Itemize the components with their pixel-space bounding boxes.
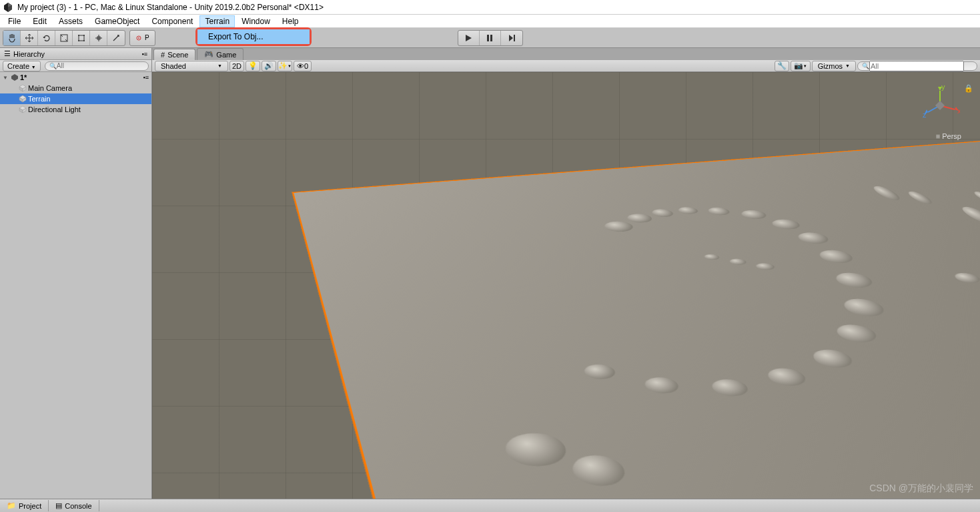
menu-gameobject[interactable]: GameObject (89, 15, 145, 27)
svg-rect-14 (490, 35, 492, 41)
terrain-mesh[interactable] (292, 132, 980, 499)
search-icon: 🔍 (49, 63, 57, 69)
tab-scene-label: Scene (167, 51, 188, 59)
lock-icon[interactable]: 🔒 (964, 84, 973, 93)
play-button[interactable] (458, 31, 480, 45)
transform-tools (3, 30, 125, 46)
unity-scene-icon (11, 73, 19, 81)
tab-project[interactable]: 📁 Project (0, 500, 49, 511)
menu-assets[interactable]: Assets (53, 15, 88, 27)
menu-bar: File Edit Assets GameObject Component Te… (0, 15, 980, 28)
svg-marker-17 (11, 74, 18, 81)
svg-marker-12 (466, 35, 472, 41)
watermark: CSDN @万能的小裴同学 (869, 483, 973, 495)
create-button[interactable]: Create ▼ (3, 61, 41, 71)
svg-text:x: x (957, 107, 960, 115)
svg-rect-33 (935, 101, 945, 110)
hierarchy-item-main-camera[interactable]: Main Camera (0, 83, 151, 93)
scene-row[interactable]: ▼ 1* ▪≡ (0, 72, 151, 83)
svg-point-6 (83, 35, 85, 36)
title-bar: My project (3) - 1 - PC, Mac & Linux Sta… (0, 0, 980, 15)
unity-logo-icon (3, 2, 13, 13)
gizmos-dropdown[interactable]: Gizmos▼ (812, 61, 856, 71)
scale-tool[interactable] (55, 31, 73, 45)
tab-scene[interactable]: # Scene (153, 49, 195, 60)
projection-label[interactable]: ≡ Persp (936, 132, 961, 140)
menu-window[interactable]: Window (236, 15, 276, 27)
menu-edit[interactable]: Edit (27, 15, 52, 27)
pause-button[interactable] (480, 31, 501, 45)
rect-tool[interactable] (73, 31, 90, 45)
playback-controls (458, 30, 523, 46)
console-tab-label: Console (65, 502, 91, 510)
pivot-tools: P (129, 30, 155, 46)
step-button[interactable] (501, 31, 522, 45)
hierarchy-panel: ☰ Hierarchy ▪≡ Create ▼ 🔍 ▼ 1* ▪≡ Main C… (0, 48, 152, 499)
window-title: My project (3) - 1 - PC, Mac & Linux Sta… (17, 3, 324, 12)
hierarchy-item-label: Directional Light (28, 105, 81, 113)
panel-menu-icon[interactable]: ▪≡ (142, 51, 147, 57)
camera-icon: 📷 (794, 61, 803, 70)
custom-tool[interactable] (107, 31, 125, 45)
menu-component[interactable]: Component (146, 15, 198, 27)
pivot-center[interactable]: P (130, 31, 155, 45)
scene-search-input[interactable] (869, 61, 964, 71)
svg-rect-13 (487, 35, 489, 41)
scene-toolbar: Shaded▼ 2D 💡 🔊 ✨▼ 👁0 🔧 📷▼ Gizmos▼ 🔍 (152, 60, 980, 72)
tab-game[interactable]: 🎮 Game (197, 48, 243, 60)
audio-toggle[interactable]: 🔊 (262, 61, 276, 71)
speaker-icon: 🔊 (264, 61, 274, 70)
2d-toggle[interactable]: 2D (229, 61, 244, 71)
hierarchy-item-label: Terrain (28, 95, 51, 103)
expand-arrow-icon[interactable]: ▼ (3, 75, 9, 81)
fx-icon: ✨ (278, 61, 288, 70)
hierarchy-search[interactable]: 🔍 (45, 61, 149, 71)
svg-text:y: y (941, 85, 945, 91)
shading-mode[interactable]: Shaded▼ (155, 61, 228, 71)
hierarchy-tree: ▼ 1* ▪≡ Main Camera Terrain Directional … (0, 72, 151, 499)
menu-export-to-obj[interactable]: Export To Obj... (197, 29, 310, 44)
fx-toggle[interactable]: ✨▼ (278, 61, 292, 71)
orientation-gizmo[interactable]: x y z (920, 85, 960, 125)
camera-toggle[interactable]: 📷▼ (791, 61, 811, 71)
scene-tab-icon: # (161, 51, 165, 59)
svg-marker-15 (509, 35, 513, 41)
svg-rect-4 (79, 35, 84, 41)
bottom-bar: 📁 Project ▤ Console (0, 499, 980, 512)
hierarchy-item-directional-light[interactable]: Directional Light (0, 104, 151, 115)
hierarchy-tab[interactable]: ☰ Hierarchy ▪≡ (0, 48, 151, 60)
menu-help[interactable]: Help (277, 15, 304, 27)
tab-console[interactable]: ▤ Console (49, 500, 99, 511)
menu-file[interactable]: File (3, 15, 26, 27)
search-icon: 🔍 (862, 63, 869, 69)
scene-viewport[interactable]: 🔒 x y z ≡ Persp CSDN @万能的小裴同学 (152, 72, 980, 499)
menu-terrain[interactable]: Terrain (199, 15, 235, 27)
project-tab-label: Project (19, 502, 41, 510)
lighting-toggle[interactable]: 💡 (246, 61, 260, 71)
camera-settings[interactable]: 🔧 (775, 61, 789, 71)
transform-tool[interactable] (90, 31, 107, 45)
hand-tool[interactable] (3, 31, 21, 45)
scene-tabs: # Scene 🎮 Game (152, 48, 980, 60)
main-area: ☰ Hierarchy ▪≡ Create ▼ 🔍 ▼ 1* ▪≡ Main C… (0, 48, 980, 499)
terrain-dropdown: Export To Obj... (195, 27, 312, 46)
bulb-icon: 💡 (248, 61, 258, 70)
hierarchy-item-label: Main Camera (28, 84, 72, 92)
hidden-toggle[interactable]: 👁0 (294, 61, 312, 71)
hierarchy-item-terrain[interactable]: Terrain (0, 93, 151, 104)
eye-icon: 👁 (297, 62, 304, 70)
svg-point-8 (83, 40, 85, 41)
game-tab-icon: 🎮 (204, 50, 213, 59)
scene-menu-icon[interactable]: ▪≡ (143, 74, 149, 81)
rotate-tool[interactable] (38, 31, 55, 45)
gameobject-icon (19, 84, 27, 92)
tab-game-label: Game (216, 51, 236, 59)
scene-search[interactable]: 🔍 (857, 61, 977, 71)
svg-rect-16 (514, 35, 515, 41)
gameobject-icon (19, 95, 27, 103)
hierarchy-tab-label: Hierarchy (13, 50, 45, 58)
hierarchy-icon: ☰ (4, 49, 11, 58)
svg-text:z: z (923, 111, 927, 119)
move-tool[interactable] (21, 31, 38, 45)
hierarchy-search-input[interactable] (57, 62, 144, 69)
